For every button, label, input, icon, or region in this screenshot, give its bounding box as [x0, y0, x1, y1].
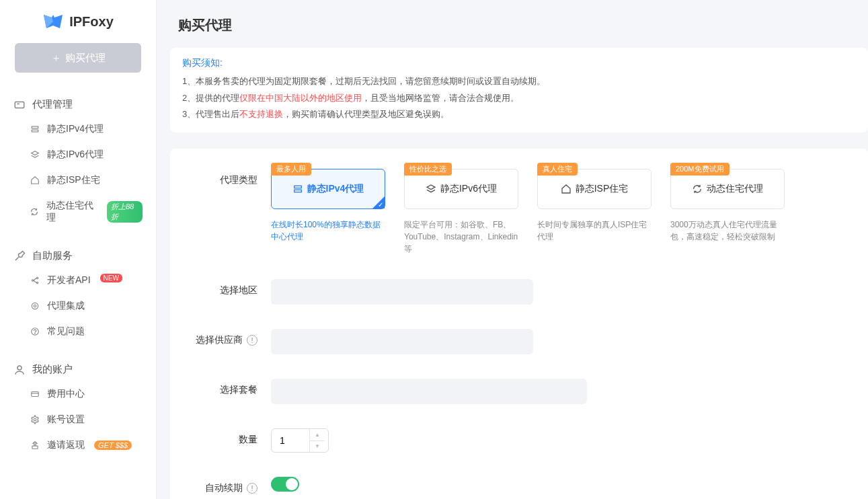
- svg-point-5: [32, 280, 33, 281]
- nav-header-account[interactable]: 我的账户: [0, 358, 156, 381]
- type-card-ipv4[interactable]: 最多人用 静态IPv4代理: [271, 169, 385, 209]
- quantity-stepper[interactable]: ▲ ▼: [271, 428, 329, 453]
- sidebar-item-isp[interactable]: 静态ISP住宅: [0, 167, 156, 193]
- svg-line-9: [34, 280, 37, 283]
- svg-point-10: [32, 303, 38, 309]
- quantity-input[interactable]: [272, 435, 309, 446]
- logo[interactable]: IPFoxy: [0, 7, 156, 43]
- type-tag: 最多人用: [271, 163, 311, 176]
- help-icon: [30, 326, 40, 337]
- sidebar-item-integration[interactable]: 代理集成: [0, 293, 156, 319]
- notice-heading: 购买须知:: [182, 57, 856, 69]
- main-content: 购买代理 购买须知: 1、本服务售卖的代理为固定期限套餐，过期后无法找回，请您留…: [157, 0, 868, 499]
- row-region: 选择地区: [190, 279, 848, 305]
- quantity-down[interactable]: ▼: [310, 441, 325, 453]
- svg-point-11: [34, 305, 36, 307]
- get-money-badge: GET $$$: [94, 440, 132, 450]
- new-badge: NEW: [100, 274, 122, 282]
- svg-rect-18: [32, 446, 38, 449]
- discount-badge: 折上88折: [107, 201, 143, 223]
- label-region: 选择地区: [190, 279, 271, 297]
- layers-icon: [30, 149, 40, 160]
- server-icon: [292, 184, 303, 194]
- sidebar-item-ipv6[interactable]: 静态IPv6代理: [0, 142, 156, 167]
- sidebar-item-referral[interactable]: 邀请返现 GET $$$: [0, 432, 156, 458]
- nav-header-self[interactable]: 自助服务: [0, 244, 156, 268]
- svg-point-7: [36, 282, 38, 283]
- puzzle-icon: [30, 301, 40, 311]
- card-icon: [13, 99, 26, 111]
- supplier-select[interactable]: [271, 329, 533, 354]
- type-card-isp[interactable]: 真人住宅 静态ISP住宅: [537, 169, 652, 209]
- card-small-icon: [30, 389, 40, 399]
- type-desc: 限定平台可用：如谷歌、FB、YouTube、Instagram、Linkedin…: [404, 219, 518, 255]
- region-select[interactable]: [271, 279, 533, 305]
- package-select[interactable]: [271, 379, 587, 404]
- svg-marker-4: [32, 151, 39, 155]
- layers-icon: [426, 184, 436, 194]
- notice-line-2: 2、提供的代理仅限在中国大陆以外的地区使用，且受当地网络监管，请合法合规使用。: [182, 90, 856, 107]
- sidebar: IPFoxy ＋ 购买代理 代理管理 静态IPv4代理 静态IPv6代理 静态I…: [0, 0, 157, 499]
- logo-icon: [42, 13, 64, 30]
- notice-card: 购买须知: 1、本服务售卖的代理为固定期限套餐，过期后无法找回，请您留意续期时间…: [170, 48, 868, 132]
- check-icon: [372, 196, 385, 208]
- row-supplier: 选择供应商!: [190, 329, 848, 354]
- buy-proxy-label: 购买代理: [65, 52, 106, 65]
- svg-line-8: [34, 278, 37, 281]
- notice-line-1: 1、本服务售卖的代理为固定期限套餐，过期后无法找回，请您留意续期时间或设置自动续…: [182, 73, 856, 90]
- svg-rect-20: [294, 190, 301, 192]
- label-autorenew: 自动续期!: [190, 477, 271, 494]
- label-quantity: 数量: [190, 428, 271, 446]
- buy-proxy-button[interactable]: ＋ 购买代理: [15, 43, 141, 73]
- quantity-up[interactable]: ▲: [310, 429, 325, 441]
- wrench-icon: [13, 250, 26, 262]
- brand-name: IPFoxy: [69, 14, 114, 30]
- type-card-dynamic[interactable]: 200M免费试用 动态住宅代理: [670, 169, 785, 209]
- sidebar-item-dynamic[interactable]: 动态住宅代理 折上88折: [0, 193, 156, 231]
- gear-icon: [30, 414, 40, 425]
- type-desc: 长时间专属独享的真人ISP住宅代理: [537, 219, 652, 243]
- sidebar-item-billing[interactable]: 费用中心: [0, 381, 156, 407]
- autorenew-toggle[interactable]: [271, 477, 299, 492]
- info-icon[interactable]: !: [247, 483, 258, 494]
- label-supplier: 选择供应商!: [190, 329, 271, 346]
- row-autorenew: 自动续期!: [190, 477, 848, 494]
- svg-marker-21: [427, 185, 435, 190]
- nav-header-proxy[interactable]: 代理管理: [0, 93, 156, 116]
- svg-rect-3: [32, 130, 38, 132]
- type-tag: 200M免费试用: [670, 163, 729, 176]
- type-tag: 真人住宅: [537, 163, 578, 176]
- svg-point-13: [35, 334, 36, 334]
- home-icon: [30, 175, 40, 186]
- sync-icon: [30, 206, 40, 217]
- type-desc: 在线时长100%的独享静态数据中心代理: [271, 219, 385, 243]
- nav-section-proxy: 代理管理 静态IPv4代理 静态IPv6代理 静态ISP住宅 动态住宅代理 折上…: [0, 93, 156, 244]
- row-quantity: 数量 ▲ ▼: [190, 428, 848, 453]
- home-icon: [561, 184, 571, 194]
- server-icon: [30, 124, 40, 135]
- notice-line-3: 3、代理售出后不支持退换，购买前请确认代理类型及地区避免误购。: [182, 106, 856, 123]
- label-package: 选择套餐: [190, 379, 271, 396]
- sidebar-item-settings[interactable]: 账号设置: [0, 407, 156, 432]
- sidebar-item-faq[interactable]: 常见问题: [0, 319, 156, 344]
- page-title: 购买代理: [157, 0, 868, 48]
- api-icon: [30, 275, 40, 286]
- svg-point-6: [36, 277, 38, 278]
- type-card-ipv6[interactable]: 性价比之选 静态IPv6代理: [404, 169, 518, 209]
- type-tag: 性价比之选: [404, 163, 452, 176]
- nav-section-account: 我的账户 费用中心 账号设置 邀请返现 GET $$$: [0, 358, 156, 471]
- form-card: 代理类型 最多人用 静态IPv4代理 在线时长100%的独享静态数据中心代理: [170, 149, 868, 499]
- svg-rect-0: [15, 102, 24, 108]
- label-proxy-type: 代理类型: [190, 169, 271, 186]
- info-icon[interactable]: !: [247, 335, 258, 346]
- svg-point-14: [17, 366, 22, 370]
- sync-icon: [692, 184, 703, 194]
- plus-icon: ＋: [51, 52, 61, 65]
- sidebar-item-ipv4[interactable]: 静态IPv4代理: [0, 116, 156, 142]
- svg-rect-19: [294, 186, 301, 188]
- sidebar-item-api[interactable]: 开发者API NEW: [0, 268, 156, 293]
- svg-rect-15: [32, 392, 39, 397]
- svg-point-17: [34, 418, 36, 421]
- type-desc: 3000万动态真人住宅代理流量包，高速稳定，轻松突破限制: [670, 219, 785, 243]
- user-icon: [13, 364, 26, 376]
